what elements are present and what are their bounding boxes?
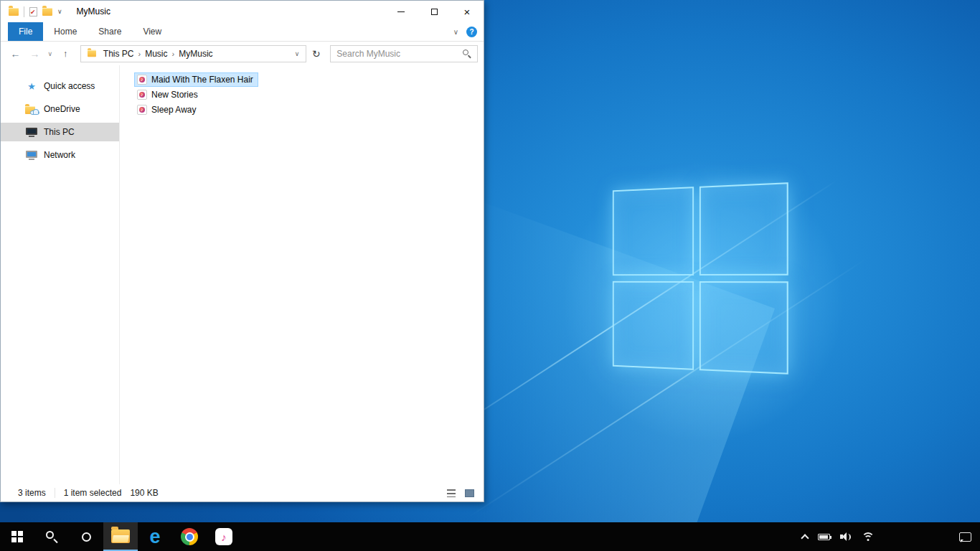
search-input[interactable] — [336, 49, 458, 59]
windows-logo-pane — [613, 281, 694, 370]
edge-icon: e — [149, 527, 160, 547]
qat-separator — [24, 6, 24, 17]
address-bar[interactable]: This PC › Music › MyMusic ∨ — [80, 45, 307, 62]
status-size: 190 KB — [130, 488, 166, 498]
address-folder-icon — [88, 50, 96, 57]
breadcrumb-music[interactable]: Music — [141, 49, 171, 59]
breadcrumb-mymusic[interactable]: MyMusic — [174, 49, 217, 59]
taskbar-file-explorer-button[interactable] — [103, 522, 138, 551]
status-separator — [55, 488, 55, 498]
window-folder-icon — [9, 8, 19, 16]
system-tray — [802, 522, 980, 551]
windows-logo-pane — [699, 182, 788, 276]
maximize-icon — [431, 9, 438, 15]
volume-icon[interactable] — [840, 532, 852, 541]
file-name: Sleep Away — [151, 105, 197, 115]
sidebar-item-label: Network — [44, 150, 75, 160]
close-icon: × — [464, 6, 471, 17]
tab-share[interactable]: Share — [88, 22, 132, 41]
status-bar: 3 items 1 item selected 190 KB — [1, 484, 484, 501]
windows-logo-pane — [613, 187, 694, 276]
music-file-icon — [137, 90, 147, 100]
sidebar-item-label: This PC — [44, 127, 75, 137]
network-icon — [25, 151, 38, 160]
status-item-count: 3 items — [18, 488, 55, 498]
music-file-icon — [137, 105, 147, 115]
navigation-pane: Quick access OneDrive This PC Network — [1, 65, 120, 484]
search-icon — [45, 530, 58, 543]
properties-icon[interactable] — [29, 7, 37, 17]
large-icons-view-icon — [465, 489, 474, 497]
cortana-button[interactable] — [69, 522, 103, 551]
sidebar-item-onedrive[interactable]: OneDrive — [1, 100, 119, 118]
onedrive-icon — [25, 105, 38, 114]
up-button[interactable]: ↑ — [57, 44, 75, 62]
windows-logo — [613, 182, 788, 375]
file-explorer-icon — [111, 529, 130, 543]
file-name: Maid With The Flaxen Hair — [151, 75, 253, 85]
search-icon[interactable] — [462, 49, 471, 58]
taskbar-itunes-button[interactable]: ♪ — [207, 522, 241, 551]
window-title: MyMusic — [77, 6, 110, 17]
star-icon — [25, 81, 38, 92]
tab-file[interactable]: File — [8, 22, 43, 41]
computer-icon — [25, 128, 38, 137]
file-row[interactable]: Sleep Away — [134, 103, 202, 117]
sidebar-item-label: OneDrive — [44, 104, 80, 114]
window-content: Quick access OneDrive This PC Network — [1, 65, 484, 484]
tab-home[interactable]: Home — [43, 22, 88, 41]
windows-start-icon — [11, 531, 23, 542]
itunes-icon: ♪ — [215, 528, 232, 545]
search-box — [330, 45, 478, 62]
network-wifi-icon[interactable] — [862, 532, 875, 542]
taskbar-edge-button[interactable]: e — [138, 522, 172, 551]
cortana-icon — [82, 532, 91, 542]
breadcrumb-this-pc[interactable]: This PC — [99, 49, 138, 59]
ribbon-tabs: File Home Share View ∨ ? — [1, 22, 484, 42]
file-list[interactable]: Maid With The Flaxen Hair New Stories Sl… — [120, 65, 484, 484]
address-bar-row: ← → ∨ ↑ This PC › Music › MyMusic ∨ ↻ — [1, 42, 484, 65]
minimize-icon — [397, 11, 405, 12]
file-row[interactable]: New Stories — [134, 88, 203, 102]
taskbar-search-button[interactable] — [34, 522, 69, 551]
titlebar[interactable]: ∨ MyMusic × — [1, 1, 484, 22]
tab-view[interactable]: View — [132, 22, 172, 41]
file-row[interactable]: Maid With The Flaxen Hair — [134, 72, 258, 87]
details-view-button[interactable] — [444, 486, 458, 500]
sidebar-item-network[interactable]: Network — [1, 146, 119, 164]
start-button[interactable] — [0, 522, 34, 551]
large-icons-view-button[interactable] — [462, 486, 476, 500]
back-button[interactable]: ← — [6, 44, 24, 62]
tray-expand-icon[interactable] — [801, 534, 809, 542]
windows-logo-pane — [699, 281, 788, 375]
new-folder-icon[interactable] — [42, 8, 52, 16]
maximize-button[interactable] — [418, 1, 451, 22]
sidebar-item-quick-access[interactable]: Quick access — [1, 77, 119, 95]
taskbar-chrome-button[interactable] — [172, 522, 207, 551]
sidebar-item-label: Quick access — [44, 81, 95, 91]
battery-icon[interactable] — [818, 534, 830, 540]
file-explorer-window: ∨ MyMusic × File Home Share View ∨ ? ← →… — [0, 0, 484, 502]
sidebar-item-this-pc[interactable]: This PC — [1, 123, 119, 141]
qat-dropdown-icon[interactable]: ∨ — [57, 8, 62, 15]
details-view-icon — [447, 489, 456, 497]
refresh-button[interactable]: ↻ — [308, 45, 324, 62]
ribbon-collapse-icon[interactable]: ∨ — [453, 28, 458, 36]
taskbar: e ♪ — [0, 522, 980, 551]
help-icon[interactable]: ? — [466, 27, 477, 37]
status-selection: 1 item selected — [64, 488, 131, 498]
chrome-icon — [181, 528, 198, 545]
close-button[interactable]: × — [451, 1, 484, 22]
file-name: New Stories — [151, 90, 198, 100]
minimize-button[interactable] — [385, 1, 418, 22]
music-file-icon — [137, 75, 147, 85]
forward-button[interactable]: → — [26, 44, 44, 62]
window-controls: × — [385, 1, 484, 22]
recent-locations-icon[interactable]: ∨ — [45, 44, 55, 62]
action-center-icon[interactable] — [959, 532, 971, 542]
address-dropdown-icon[interactable]: ∨ — [292, 50, 303, 57]
